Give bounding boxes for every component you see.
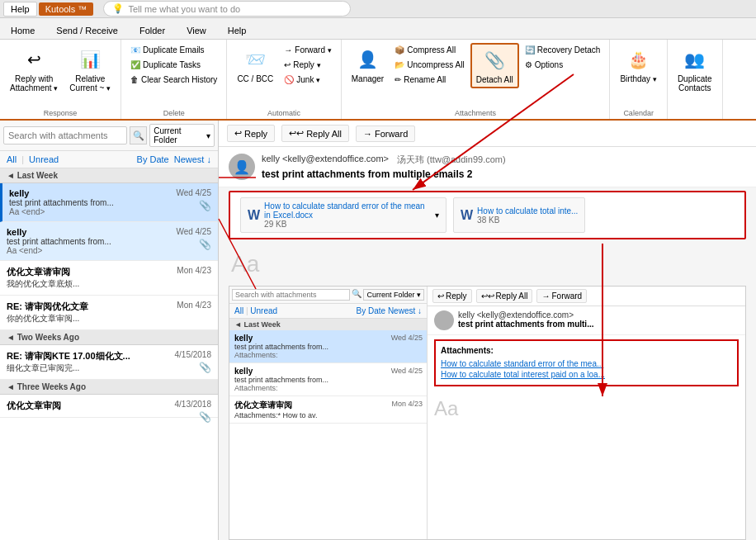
sort-by-date[interactable]: By Date: [137, 154, 169, 164]
nested-search-icon: 🔍: [352, 289, 361, 301]
clear-search-history-label: Clear Search History: [141, 75, 217, 84]
email-item[interactable]: kelly test print attachments from... Aa …: [0, 183, 218, 222]
tab-home[interactable]: Home: [0, 21, 45, 39]
reply-button[interactable]: ↩ Reply ▾: [280, 58, 335, 72]
clear-search-history-button[interactable]: 🗑 Clear Search History: [126, 73, 221, 87]
nested-email-subject: test print attachments from multi...: [458, 320, 593, 329]
forward-button[interactable]: → Forward ▾: [280, 43, 335, 57]
nested-search-input[interactable]: [232, 289, 350, 301]
email-item[interactable]: RE: 请审阅优化文章 你的优化文章审阅... Mon 4/23: [0, 296, 218, 330]
recovery-detach-button[interactable]: 🔄 Recovery Detach: [521, 43, 605, 57]
left-panel: 🔍 Current Folder ▾ All | Unread By Date …: [0, 121, 219, 540]
reply-action-button[interactable]: ↩ Reply: [227, 125, 275, 142]
rename-all-button[interactable]: ✏ Rename All: [390, 73, 468, 87]
tab-view[interactable]: View: [176, 21, 217, 39]
nested-avatar: [434, 310, 454, 330]
uncompress-all-button[interactable]: 📂 Uncompress All: [390, 58, 468, 72]
email-from: kelly <kelly@extendoffice.com>: [262, 154, 389, 166]
ribbon-group-calendar: 🎂 Birthday ▾ Calendar: [610, 40, 667, 119]
nested-email-item[interactable]: kelly test print attachments from... Att…: [229, 363, 427, 396]
detach-all-button[interactable]: 📎 Detach All: [470, 43, 519, 88]
options-icon: ⚙: [525, 60, 532, 69]
menu-kutools[interactable]: Kutools ™: [39, 2, 94, 16]
reply-icon: ↩: [234, 128, 242, 139]
duplicate-tasks-button[interactable]: ✅ Duplicate Tasks: [126, 58, 221, 72]
email-subject: 细化文章已审阅完...: [7, 362, 147, 374]
nested-search-bar: 🔍 Current Folder ▾: [229, 287, 427, 304]
tell-me-bar[interactable]: 💡 Tell me what you want to do: [103, 1, 351, 17]
nested-reply-button[interactable]: ↩ Reply: [432, 289, 472, 303]
email-subject: 我的优化文章底烦...: [7, 278, 147, 290]
nested-email-subject: Attachments:* How to av.: [234, 411, 358, 419]
detach-all-icon: 📎: [481, 47, 508, 73]
nested-sort-all[interactable]: All: [234, 306, 243, 315]
tab-help[interactable]: Help: [217, 21, 258, 39]
search-bar: 🔍 Current Folder ▾: [0, 121, 218, 151]
nested-reply-icon: ↩: [437, 291, 444, 301]
nested-email-date: Mon 4/23: [391, 400, 423, 408]
sort-unread[interactable]: Unread: [29, 154, 59, 164]
tab-folder[interactable]: Folder: [129, 21, 176, 39]
nested-email-preview: Attachments:: [234, 384, 422, 392]
reply-label: Reply ▾: [293, 60, 320, 69]
attachment-item[interactable]: W How to calculate standard error of the…: [240, 197, 447, 233]
junk-button[interactable]: 🚫 Junk ▾: [280, 73, 335, 87]
birthday-button[interactable]: 🎂 Birthday ▾: [615, 43, 661, 87]
nested-email-from: kelly <kelly@extendoffice.com>: [458, 310, 593, 320]
automatic-group-title: Automatic: [267, 107, 300, 117]
nested-left-panel: 🔍 Current Folder ▾ All | Unread By Date: [229, 287, 428, 539]
email-item[interactable]: 优化文章请审阅 我的优化文章底烦... Mon 4/23: [0, 261, 218, 296]
ribbon-group-attachments: 👤 Manager 📦 Compress All 📂 Uncompress Al…: [342, 40, 611, 119]
duplicate-contacts-button[interactable]: 👥 DuplicateContacts: [673, 43, 717, 96]
sort-newest[interactable]: Newest ↓: [174, 154, 211, 164]
nested-group-header: ◄ Last Week: [229, 319, 427, 330]
nested-attachment-link-1[interactable]: How to calculate standard error of the m…: [441, 358, 732, 369]
email-preview: Aa <end>: [9, 207, 211, 216]
duplicate-emails-button[interactable]: 📧 Duplicate Emails: [126, 43, 221, 57]
folder-dropdown[interactable]: Current Folder ▾: [149, 124, 215, 147]
birthday-label: Birthday ▾: [620, 74, 656, 83]
group-last-week: ◄ Last Week: [0, 168, 218, 183]
manager-button[interactable]: 👤 Manager: [347, 43, 389, 87]
reply-attachment-icon: ↩: [21, 46, 47, 73]
email-item[interactable]: RE: 请审阅KTE 17.00细化文... 细化文章已审阅完... 4/15/…: [0, 345, 218, 380]
forward-action-button[interactable]: → Forward: [356, 126, 415, 142]
cc-bcc-button[interactable]: 📨 CC / BCC: [232, 43, 278, 87]
reply-with-attachment-button[interactable]: ↩ Reply withAttachment ▾: [5, 43, 63, 96]
relative-current-button[interactable]: 📊 RelativeCurrent ~ ▾: [64, 43, 116, 96]
uncompress-all-icon: 📂: [395, 60, 404, 69]
nested-by-date: By Date: [357, 306, 386, 315]
nested-email-item[interactable]: kelly test print attachments from... Att…: [229, 330, 427, 363]
ribbon-group-delete: 📧 Duplicate Emails ✅ Duplicate Tasks 🗑 C…: [121, 40, 227, 119]
reply-all-action-button[interactable]: ↩↩ Reply All: [281, 125, 349, 142]
attachment-icon: 📎: [199, 200, 211, 211]
attachment-item[interactable]: W How to calculate total inte... 38 KB: [453, 197, 585, 233]
menu-help[interactable]: Help: [3, 2, 37, 17]
email-date: Mon 4/23: [177, 301, 211, 310]
nested-forward-button[interactable]: → Forward: [536, 289, 587, 303]
email-item[interactable]: kelly test print attachments from... Aa …: [0, 222, 218, 261]
rename-all-label: Rename All: [404, 75, 446, 84]
duplicate-tasks-icon: ✅: [130, 60, 140, 69]
compress-all-button[interactable]: 📦 Compress All: [390, 43, 468, 57]
email-item[interactable]: 优化文章审阅 4/13/2018 📎: [0, 395, 218, 418]
attachment-name: How to calculate standard error of the m…: [264, 201, 431, 220]
tab-send-receive[interactable]: Send / Receive: [45, 21, 129, 39]
nested-sort-date[interactable]: By Date Newest ↓: [357, 306, 422, 315]
search-icon-button[interactable]: 🔍: [130, 126, 147, 144]
email-preview: Aa <end>: [7, 246, 211, 255]
nested-reply-all-button[interactable]: ↩↩ Reply All: [476, 289, 533, 303]
search-input[interactable]: [3, 126, 127, 144]
reply-attachment-label: Reply withAttachment ▾: [10, 74, 58, 92]
nested-attachment-link-2[interactable]: How to calculate total interest paid on …: [441, 369, 732, 380]
options-button[interactable]: ⚙ Options: [521, 58, 605, 72]
attachment-icon: 📎: [199, 362, 211, 373]
options-label: Options: [535, 60, 563, 69]
nested-email-item[interactable]: 优化文章请审阅 Attachments:* How to av. Mon 4/2…: [229, 396, 427, 424]
nested-folder-dropdown[interactable]: Current Folder ▾: [363, 289, 424, 301]
reply-label: Reply: [244, 129, 267, 139]
lightbulb-icon: 💡: [112, 3, 124, 14]
sort-all[interactable]: All: [7, 154, 17, 164]
nested-sort-unread[interactable]: Unread: [250, 306, 277, 315]
nested-inner: 🔍 Current Folder ▾ All | Unread By Date: [229, 287, 745, 539]
